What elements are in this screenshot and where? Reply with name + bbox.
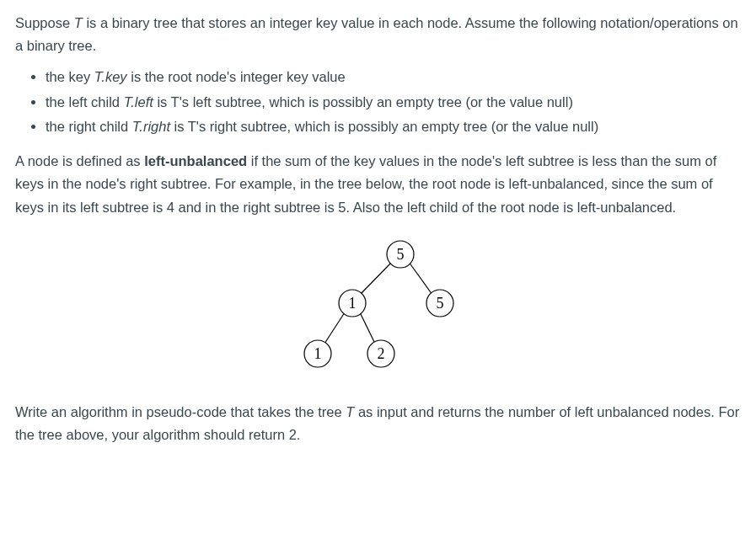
tree-var: T <box>74 15 83 30</box>
text: is a binary tree that stores an integer … <box>15 15 738 53</box>
text: the right child <box>46 119 132 134</box>
term-bold: left-unbalanced <box>144 153 247 168</box>
list-item: the left child T.left is T's left subtre… <box>46 91 741 114</box>
list-item: the key T.key is the root node's integer… <box>46 66 741 88</box>
tree-edge <box>409 262 432 295</box>
tree-node-label: 5 <box>436 295 443 312</box>
intro-paragraph: Suppose T is a binary tree that stores a… <box>15 12 741 57</box>
definition-paragraph: A node is defined as left-unbalanced if … <box>15 150 741 219</box>
notation-em: T.key <box>94 69 127 84</box>
tree-node-label: 5 <box>396 246 404 263</box>
tree-edge <box>360 312 375 344</box>
tree-node-label: 2 <box>377 345 384 362</box>
text: the left child <box>46 94 124 109</box>
text: is T's left subtree, which is possibly a… <box>153 94 573 109</box>
binary-tree-svg: 5 1 5 1 2 <box>294 234 463 377</box>
text: A node is defined as <box>15 153 144 168</box>
text: the key <box>46 69 94 84</box>
tree-edge <box>324 312 345 344</box>
task-paragraph: Write an algorithm in pseudo-code that t… <box>15 401 741 446</box>
tree-node-label: 1 <box>348 295 356 312</box>
tree-edge <box>360 262 392 295</box>
text: is the root node's integer key value <box>127 69 346 84</box>
text: is T's right subtree, which is possibly … <box>170 119 598 134</box>
notation-list: the key T.key is the root node's integer… <box>15 66 741 138</box>
list-item: the right child T.right is T's right sub… <box>46 115 741 138</box>
tree-var: T <box>346 404 354 419</box>
tree-diagram: 5 1 5 1 2 <box>15 234 741 377</box>
notation-em: T.right <box>132 119 170 134</box>
text: Suppose <box>15 15 74 30</box>
tree-node-label: 1 <box>314 345 321 362</box>
text: Write an algorithm in pseudo-code that t… <box>15 404 346 419</box>
notation-em: T.left <box>124 94 153 109</box>
